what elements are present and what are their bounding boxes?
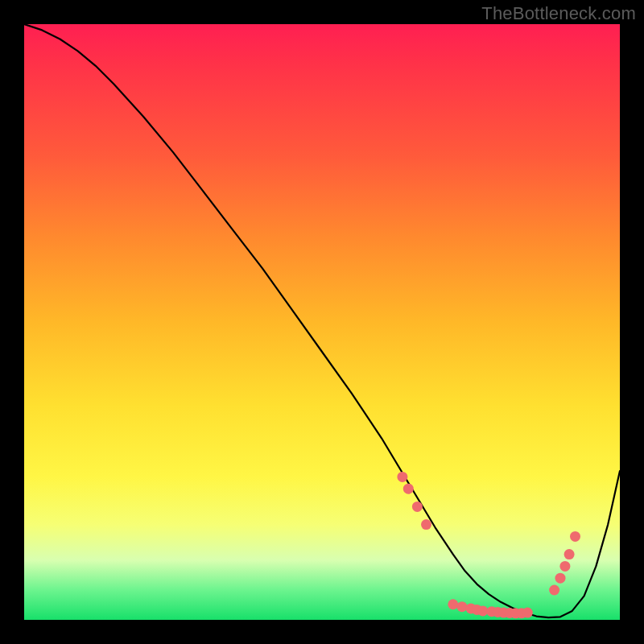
chart-frame: TheBottleneck.com (0, 0, 644, 644)
data-point (403, 484, 414, 494)
data-point (555, 573, 566, 584)
data-point (412, 502, 423, 512)
data-point (397, 472, 407, 482)
data-points (397, 472, 580, 618)
data-point (448, 599, 458, 609)
data-point (570, 531, 580, 542)
data-point (549, 585, 559, 596)
watermark-text: TheBottleneck.com (481, 3, 636, 24)
data-point (559, 561, 570, 572)
data-point (564, 549, 575, 559)
data-point (421, 519, 431, 530)
data-point (456, 601, 467, 612)
data-point (522, 608, 533, 618)
plot-svg (24, 24, 620, 620)
plot-area (24, 24, 620, 620)
data-point (477, 605, 488, 616)
bottleneck-curve (24, 24, 620, 617)
